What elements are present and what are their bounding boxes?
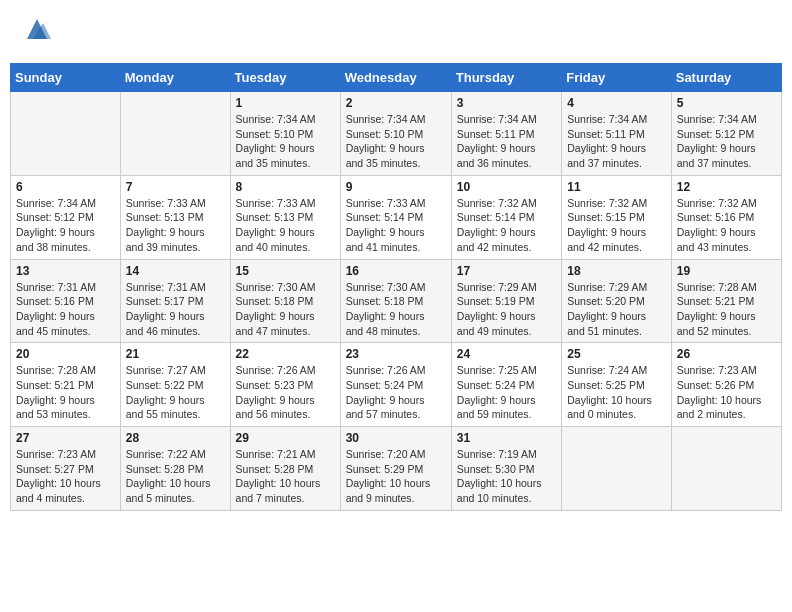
header-tuesday: Tuesday <box>230 64 340 92</box>
day-detail: Sunrise: 7:19 AM Sunset: 5:30 PM Dayligh… <box>457 447 556 506</box>
calendar-cell: 9Sunrise: 7:33 AM Sunset: 5:14 PM Daylig… <box>340 175 451 259</box>
calendar-cell: 13Sunrise: 7:31 AM Sunset: 5:16 PM Dayli… <box>11 259 121 343</box>
day-detail: Sunrise: 7:34 AM Sunset: 5:10 PM Dayligh… <box>236 112 335 171</box>
day-detail: Sunrise: 7:34 AM Sunset: 5:11 PM Dayligh… <box>457 112 556 171</box>
day-detail: Sunrise: 7:23 AM Sunset: 5:26 PM Dayligh… <box>677 363 776 422</box>
day-detail: Sunrise: 7:27 AM Sunset: 5:22 PM Dayligh… <box>126 363 225 422</box>
calendar-cell: 28Sunrise: 7:22 AM Sunset: 5:28 PM Dayli… <box>120 427 230 511</box>
day-detail: Sunrise: 7:31 AM Sunset: 5:17 PM Dayligh… <box>126 280 225 339</box>
day-detail: Sunrise: 7:22 AM Sunset: 5:28 PM Dayligh… <box>126 447 225 506</box>
day-detail: Sunrise: 7:24 AM Sunset: 5:25 PM Dayligh… <box>567 363 666 422</box>
logo-text <box>20 15 51 48</box>
day-number: 13 <box>16 264 115 278</box>
day-number: 18 <box>567 264 666 278</box>
day-number: 7 <box>126 180 225 194</box>
day-detail: Sunrise: 7:25 AM Sunset: 5:24 PM Dayligh… <box>457 363 556 422</box>
day-detail: Sunrise: 7:31 AM Sunset: 5:16 PM Dayligh… <box>16 280 115 339</box>
day-number: 17 <box>457 264 556 278</box>
calendar-cell: 15Sunrise: 7:30 AM Sunset: 5:18 PM Dayli… <box>230 259 340 343</box>
calendar-cell: 2Sunrise: 7:34 AM Sunset: 5:10 PM Daylig… <box>340 92 451 176</box>
day-number: 22 <box>236 347 335 361</box>
day-detail: Sunrise: 7:33 AM Sunset: 5:13 PM Dayligh… <box>126 196 225 255</box>
calendar-cell: 7Sunrise: 7:33 AM Sunset: 5:13 PM Daylig… <box>120 175 230 259</box>
day-detail: Sunrise: 7:26 AM Sunset: 5:24 PM Dayligh… <box>346 363 446 422</box>
day-detail: Sunrise: 7:32 AM Sunset: 5:14 PM Dayligh… <box>457 196 556 255</box>
day-number: 23 <box>346 347 446 361</box>
calendar-cell: 22Sunrise: 7:26 AM Sunset: 5:23 PM Dayli… <box>230 343 340 427</box>
header-thursday: Thursday <box>451 64 561 92</box>
calendar-cell: 23Sunrise: 7:26 AM Sunset: 5:24 PM Dayli… <box>340 343 451 427</box>
day-number: 16 <box>346 264 446 278</box>
calendar-cell: 16Sunrise: 7:30 AM Sunset: 5:18 PM Dayli… <box>340 259 451 343</box>
day-number: 1 <box>236 96 335 110</box>
calendar-cell: 26Sunrise: 7:23 AM Sunset: 5:26 PM Dayli… <box>671 343 781 427</box>
calendar-cell <box>562 427 672 511</box>
day-detail: Sunrise: 7:23 AM Sunset: 5:27 PM Dayligh… <box>16 447 115 506</box>
day-detail: Sunrise: 7:34 AM Sunset: 5:12 PM Dayligh… <box>16 196 115 255</box>
day-number: 8 <box>236 180 335 194</box>
calendar-cell <box>120 92 230 176</box>
calendar-cell: 6Sunrise: 7:34 AM Sunset: 5:12 PM Daylig… <box>11 175 121 259</box>
day-detail: Sunrise: 7:33 AM Sunset: 5:14 PM Dayligh… <box>346 196 446 255</box>
day-number: 21 <box>126 347 225 361</box>
day-number: 19 <box>677 264 776 278</box>
day-detail: Sunrise: 7:20 AM Sunset: 5:29 PM Dayligh… <box>346 447 446 506</box>
day-detail: Sunrise: 7:28 AM Sunset: 5:21 PM Dayligh… <box>677 280 776 339</box>
calendar-cell: 18Sunrise: 7:29 AM Sunset: 5:20 PM Dayli… <box>562 259 672 343</box>
week-row-3: 13Sunrise: 7:31 AM Sunset: 5:16 PM Dayli… <box>11 259 782 343</box>
day-number: 20 <box>16 347 115 361</box>
calendar-cell: 30Sunrise: 7:20 AM Sunset: 5:29 PM Dayli… <box>340 427 451 511</box>
calendar-cell: 21Sunrise: 7:27 AM Sunset: 5:22 PM Dayli… <box>120 343 230 427</box>
week-row-2: 6Sunrise: 7:34 AM Sunset: 5:12 PM Daylig… <box>11 175 782 259</box>
day-detail: Sunrise: 7:28 AM Sunset: 5:21 PM Dayligh… <box>16 363 115 422</box>
calendar-cell <box>11 92 121 176</box>
calendar-table: SundayMondayTuesdayWednesdayThursdayFrid… <box>10 63 782 511</box>
day-number: 2 <box>346 96 446 110</box>
logo <box>20 15 51 48</box>
day-number: 5 <box>677 96 776 110</box>
day-number: 14 <box>126 264 225 278</box>
day-number: 24 <box>457 347 556 361</box>
day-number: 10 <box>457 180 556 194</box>
header-wednesday: Wednesday <box>340 64 451 92</box>
day-number: 30 <box>346 431 446 445</box>
calendar-cell: 5Sunrise: 7:34 AM Sunset: 5:12 PM Daylig… <box>671 92 781 176</box>
day-detail: Sunrise: 7:29 AM Sunset: 5:19 PM Dayligh… <box>457 280 556 339</box>
calendar-cell: 29Sunrise: 7:21 AM Sunset: 5:28 PM Dayli… <box>230 427 340 511</box>
day-detail: Sunrise: 7:34 AM Sunset: 5:11 PM Dayligh… <box>567 112 666 171</box>
page-header <box>10 10 782 53</box>
logo-icon <box>23 15 51 43</box>
day-detail: Sunrise: 7:32 AM Sunset: 5:15 PM Dayligh… <box>567 196 666 255</box>
calendar-cell: 19Sunrise: 7:28 AM Sunset: 5:21 PM Dayli… <box>671 259 781 343</box>
day-detail: Sunrise: 7:29 AM Sunset: 5:20 PM Dayligh… <box>567 280 666 339</box>
day-number: 4 <box>567 96 666 110</box>
day-number: 3 <box>457 96 556 110</box>
calendar-cell: 14Sunrise: 7:31 AM Sunset: 5:17 PM Dayli… <box>120 259 230 343</box>
day-number: 12 <box>677 180 776 194</box>
calendar-cell: 27Sunrise: 7:23 AM Sunset: 5:27 PM Dayli… <box>11 427 121 511</box>
day-number: 11 <box>567 180 666 194</box>
day-detail: Sunrise: 7:34 AM Sunset: 5:12 PM Dayligh… <box>677 112 776 171</box>
calendar-cell: 31Sunrise: 7:19 AM Sunset: 5:30 PM Dayli… <box>451 427 561 511</box>
calendar-header-row: SundayMondayTuesdayWednesdayThursdayFrid… <box>11 64 782 92</box>
calendar-cell: 10Sunrise: 7:32 AM Sunset: 5:14 PM Dayli… <box>451 175 561 259</box>
day-detail: Sunrise: 7:32 AM Sunset: 5:16 PM Dayligh… <box>677 196 776 255</box>
header-saturday: Saturday <box>671 64 781 92</box>
calendar-cell: 25Sunrise: 7:24 AM Sunset: 5:25 PM Dayli… <box>562 343 672 427</box>
day-number: 9 <box>346 180 446 194</box>
calendar-cell: 4Sunrise: 7:34 AM Sunset: 5:11 PM Daylig… <box>562 92 672 176</box>
day-detail: Sunrise: 7:21 AM Sunset: 5:28 PM Dayligh… <box>236 447 335 506</box>
calendar-cell: 20Sunrise: 7:28 AM Sunset: 5:21 PM Dayli… <box>11 343 121 427</box>
calendar-cell: 24Sunrise: 7:25 AM Sunset: 5:24 PM Dayli… <box>451 343 561 427</box>
day-number: 26 <box>677 347 776 361</box>
day-number: 29 <box>236 431 335 445</box>
calendar-cell: 12Sunrise: 7:32 AM Sunset: 5:16 PM Dayli… <box>671 175 781 259</box>
calendar-cell: 8Sunrise: 7:33 AM Sunset: 5:13 PM Daylig… <box>230 175 340 259</box>
day-number: 28 <box>126 431 225 445</box>
calendar-cell: 17Sunrise: 7:29 AM Sunset: 5:19 PM Dayli… <box>451 259 561 343</box>
week-row-5: 27Sunrise: 7:23 AM Sunset: 5:27 PM Dayli… <box>11 427 782 511</box>
day-detail: Sunrise: 7:30 AM Sunset: 5:18 PM Dayligh… <box>346 280 446 339</box>
day-detail: Sunrise: 7:33 AM Sunset: 5:13 PM Dayligh… <box>236 196 335 255</box>
day-detail: Sunrise: 7:30 AM Sunset: 5:18 PM Dayligh… <box>236 280 335 339</box>
calendar-cell <box>671 427 781 511</box>
